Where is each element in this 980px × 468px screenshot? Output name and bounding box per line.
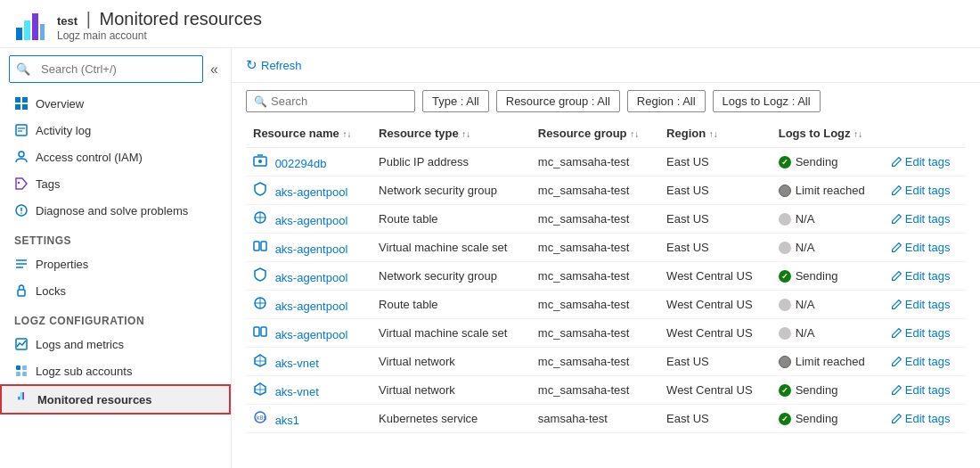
cell-logs-status-4: Sending <box>772 262 884 291</box>
cell-region-6: West Central US <box>659 319 772 348</box>
resource-type-icon-7 <box>253 357 267 370</box>
logs-icon <box>14 337 29 351</box>
search-input[interactable] <box>271 94 407 108</box>
svg-rect-35 <box>261 242 266 250</box>
resource-name-link-5[interactable]: aks-agentpool <box>275 300 348 313</box>
svg-rect-8 <box>16 125 27 135</box>
sidebar-item-locks[interactable]: Locks <box>0 277 231 304</box>
col-resource-group[interactable]: Resource group ↑↓ <box>531 119 659 148</box>
access-icon <box>14 150 29 164</box>
col-resource-name[interactable]: Resource name ↑↓ <box>246 119 372 148</box>
refresh-button[interactable]: ↻ Refresh <box>246 57 302 73</box>
cell-region-5: West Central US <box>659 291 772 319</box>
search-box[interactable]: 🔍 <box>246 90 415 112</box>
type-filter[interactable]: Type : All <box>422 90 489 112</box>
resource-name-link-2[interactable]: aks-agentpool <box>275 214 348 227</box>
sidebar-item-properties[interactable]: Properties <box>0 250 231 277</box>
edit-tags-button-1[interactable]: Edit tags <box>891 184 951 197</box>
svg-rect-2 <box>32 13 38 40</box>
diagnose-icon <box>14 203 29 218</box>
edit-tags-button-0[interactable]: Edit tags <box>891 155 951 168</box>
edit-tags-button-3[interactable]: Edit tags <box>891 241 951 254</box>
sidebar-item-overview[interactable]: Overview <box>0 90 231 117</box>
cell-edit-tags-8: Edit tags <box>884 376 966 405</box>
resource-name-link-0[interactable]: 002294db <box>275 157 327 170</box>
resource-group-filter[interactable]: Resource group : All <box>496 90 620 112</box>
edit-tags-button-9[interactable]: Edit tags <box>891 412 951 425</box>
sidebar-item-monitored-resources[interactable]: Monitored resources <box>0 384 231 415</box>
edit-tags-button-7[interactable]: Edit tags <box>891 355 951 368</box>
svg-text:k8s: k8s <box>257 415 266 421</box>
cell-resource-group-5: mc_samsaha-test <box>531 291 659 319</box>
col-resource-type[interactable]: Resource type ↑↓ <box>372 119 531 148</box>
sidebar-item-logs-metrics[interactable]: Logs and metrics <box>0 331 231 357</box>
edit-tags-button-5[interactable]: Edit tags <box>891 298 951 311</box>
cell-logs-status-2: N/A <box>772 205 884 234</box>
resources-table: Resource name ↑↓ Resource type ↑↓ Resour… <box>246 119 966 433</box>
cell-resource-name-7: aks-vnet <box>246 348 372 376</box>
cell-resource-type-3: Virtual machine scale set <box>372 234 531 262</box>
svg-rect-21 <box>16 365 20 370</box>
svg-point-12 <box>18 182 20 184</box>
edit-tags-button-8[interactable]: Edit tags <box>891 383 951 397</box>
logs-status-text-3: N/A <box>796 241 815 254</box>
cell-logs-status-9: Sending <box>772 405 884 433</box>
resource-name-link-7[interactable]: aks-vnet <box>275 357 319 370</box>
cell-logs-status-3: N/A <box>772 234 884 262</box>
cell-region-2: East US <box>659 205 772 234</box>
sidebar-item-diagnose[interactable]: Diagnose and solve problems <box>0 197 231 224</box>
sidebar-item-label: Logz sub accounts <box>36 365 132 378</box>
cell-resource-type-6: Virtual machine scale set <box>372 319 531 348</box>
cell-resource-group-9: samsaha-test <box>531 405 659 433</box>
svg-point-15 <box>20 212 22 214</box>
svg-rect-34 <box>254 242 259 250</box>
edit-tags-button-2[interactable]: Edit tags <box>891 212 951 226</box>
sidebar-item-access-control[interactable]: Access control (IAM) <box>0 144 231 170</box>
cell-region-9: East US <box>659 405 772 433</box>
sidebar-item-tags[interactable]: Tags <box>0 170 231 197</box>
cell-resource-group-1: mc_samsaha-test <box>531 177 659 205</box>
sidebar-item-logz-sub[interactable]: Logz sub accounts <box>0 357 231 384</box>
col-region[interactable]: Region ↑↓ <box>659 119 772 148</box>
resource-type-icon-9: k8s <box>253 414 267 427</box>
sidebar-item-label: Logs and metrics <box>36 338 124 351</box>
svg-rect-40 <box>261 327 266 336</box>
cell-region-4: West Central US <box>659 262 772 291</box>
resource-name-link-4[interactable]: aks-agentpool <box>275 271 348 284</box>
logs-status-text-0: Sending <box>796 155 838 168</box>
edit-icon-9 <box>891 413 902 424</box>
sort-icon-logs: ↑↓ <box>853 129 862 139</box>
cell-edit-tags-2: Edit tags <box>884 205 966 234</box>
edit-tags-button-6[interactable]: Edit tags <box>891 326 951 340</box>
logs-to-logz-filter[interactable]: Logs to Logz : All <box>713 90 821 112</box>
header-title: test | Monitored resources <box>57 9 262 29</box>
region-filter[interactable]: Region : All <box>627 90 706 112</box>
resource-name-link-3[interactable]: aks-agentpool <box>275 242 348 256</box>
resource-name-link-1[interactable]: aks-agentpool <box>275 185 348 199</box>
svg-rect-39 <box>254 327 259 336</box>
status-dot-sending <box>779 413 791 425</box>
sidebar-item-activity-log[interactable]: Activity log <box>0 117 231 144</box>
resource-name-link-6[interactable]: aks-agentpool <box>275 328 348 341</box>
sidebar-collapse-button[interactable]: « <box>207 58 222 81</box>
sidebar-item-label: Locks <box>36 284 66 298</box>
col-logs-to-logz[interactable]: Logs to Logz ↑↓ <box>772 119 884 148</box>
app-logo <box>14 10 46 42</box>
cell-resource-type-7: Virtual network <box>372 348 531 376</box>
tags-icon <box>14 177 29 191</box>
cell-resource-name-9: k8s aks1 <box>246 405 372 433</box>
cell-resource-name-3: aks-agentpool <box>246 234 372 262</box>
sidebar-search-input[interactable] <box>34 59 196 79</box>
cell-resource-type-4: Network security group <box>372 262 531 291</box>
cell-resource-group-0: mc_samsaha-test <box>531 148 659 177</box>
search-icon: 🔍 <box>16 62 30 76</box>
sidebar-item-label: Activity log <box>36 124 91 137</box>
settings-section-label: Settings <box>0 224 231 250</box>
resource-type-icon-6 <box>253 328 267 341</box>
edit-tags-button-4[interactable]: Edit tags <box>891 269 951 283</box>
svg-rect-7 <box>22 104 28 110</box>
cell-resource-name-4: aks-agentpool <box>246 262 372 291</box>
cell-region-1: East US <box>659 177 772 205</box>
resource-name-link-8[interactable]: aks-vnet <box>275 385 319 398</box>
resource-name-link-9[interactable]: aks1 <box>275 414 299 427</box>
